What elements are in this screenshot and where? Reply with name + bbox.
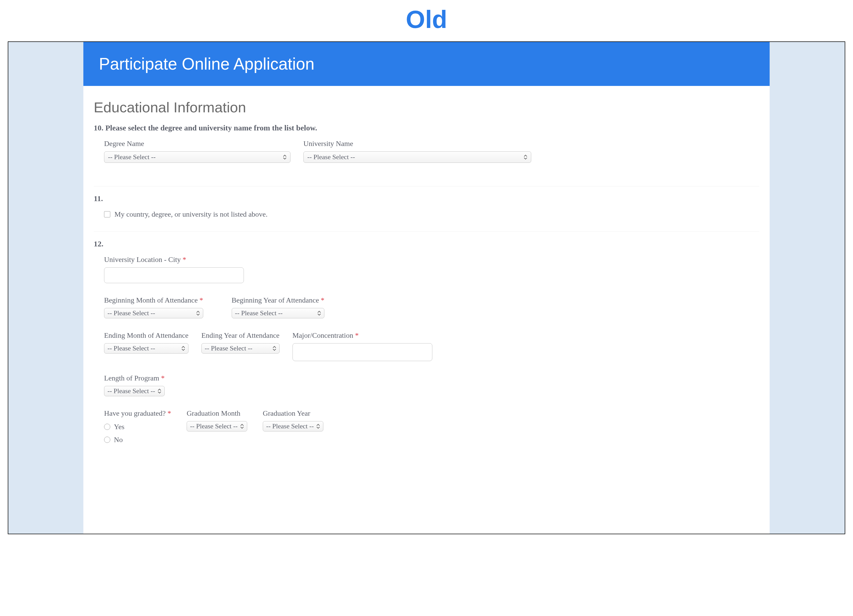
end-month-value: -- Please Select --	[108, 344, 155, 352]
q11-num: 11.	[94, 194, 759, 203]
select-arrows-icon	[196, 311, 200, 316]
not-listed-label: My country, degree, or university is not…	[114, 210, 268, 218]
length-select[interactable]: -- Please Select --	[104, 386, 165, 396]
section-title: Educational Information	[83, 86, 770, 123]
degree-name-value: -- Please Select --	[108, 153, 156, 161]
grad-month-select[interactable]: -- Please Select --	[187, 421, 247, 431]
grad-year-label: Graduation Year	[263, 409, 323, 417]
app-header: Participate Online Application	[83, 42, 770, 86]
question-10: 10. Please select the degree and univers…	[83, 123, 770, 171]
end-month-label: Ending Month of Attendance	[104, 331, 188, 340]
required-asterisk: *	[161, 374, 165, 382]
app-title: Participate Online Application	[99, 55, 314, 73]
length-value: -- Please Select --	[108, 387, 155, 395]
end-year-label: Ending Year of Attendance	[202, 331, 279, 340]
divider	[94, 231, 759, 232]
grad-month-label: Graduation Month	[187, 409, 247, 417]
university-name-label: University Name	[304, 140, 531, 148]
required-asterisk: *	[200, 296, 203, 304]
grad-month-value: -- Please Select --	[190, 422, 238, 430]
city-label: University Location - City *	[104, 255, 244, 264]
begin-year-select[interactable]: -- Please Select --	[232, 308, 325, 319]
begin-year-value: -- Please Select --	[235, 309, 283, 317]
grad-year-value: -- Please Select --	[266, 422, 314, 430]
begin-month-value: -- Please Select --	[108, 309, 155, 317]
not-listed-checkbox[interactable]	[104, 211, 110, 217]
end-month-select[interactable]: -- Please Select --	[104, 343, 188, 354]
select-arrows-icon	[182, 346, 185, 351]
select-arrows-icon	[158, 388, 161, 394]
graduated-label: Have you graduated? *	[104, 409, 171, 417]
begin-month-label: Beginning Month of Attendance *	[104, 296, 203, 304]
divider	[94, 186, 759, 187]
select-arrows-icon	[524, 155, 527, 160]
degree-name-select[interactable]: -- Please Select --	[104, 152, 290, 163]
select-arrows-icon	[316, 424, 320, 429]
question-12: 12. University Location - City * Beginni…	[83, 240, 770, 446]
end-year-select[interactable]: -- Please Select --	[202, 343, 279, 354]
required-asterisk: *	[182, 255, 186, 264]
begin-month-select[interactable]: -- Please Select --	[104, 308, 203, 319]
q10-label: 10. Please select the degree and univers…	[94, 123, 759, 132]
select-arrows-icon	[317, 311, 321, 316]
question-11: 11. My country, degree, or university is…	[83, 194, 770, 224]
length-label: Length of Program *	[104, 374, 165, 382]
grad-year-select[interactable]: -- Please Select --	[263, 421, 323, 431]
graduated-no-radio[interactable]	[104, 437, 110, 443]
required-asterisk: *	[355, 331, 358, 339]
end-year-value: -- Please Select --	[205, 344, 252, 352]
begin-year-label: Beginning Year of Attendance *	[232, 296, 325, 304]
degree-name-label: Degree Name	[104, 140, 290, 148]
graduated-no-label: No	[114, 435, 123, 444]
required-asterisk: *	[321, 296, 324, 304]
screenshot-label: Old	[0, 0, 853, 41]
app-frame: Participate Online Application Education…	[8, 41, 845, 534]
university-name-select[interactable]: -- Please Select --	[304, 152, 531, 163]
university-name-value: -- Please Select --	[307, 153, 355, 161]
select-arrows-icon	[283, 155, 287, 160]
required-asterisk: *	[167, 409, 171, 417]
app-content: Participate Online Application Education…	[83, 42, 770, 534]
city-input[interactable]	[104, 267, 244, 283]
select-arrows-icon	[240, 424, 244, 429]
q12-num: 12.	[94, 240, 759, 248]
graduated-yes-label: Yes	[114, 423, 124, 431]
major-label: Major/Concentration *	[293, 331, 432, 340]
graduated-yes-radio[interactable]	[104, 424, 110, 430]
select-arrows-icon	[273, 346, 276, 351]
major-input[interactable]	[293, 343, 432, 361]
